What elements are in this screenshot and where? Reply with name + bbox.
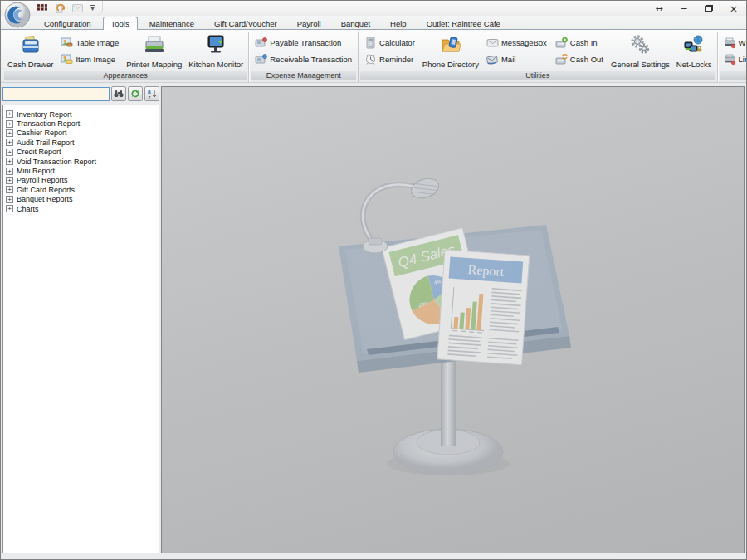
printer-mapping-icon (144, 34, 165, 56)
line-printer-button[interactable]: Line Printer (722, 52, 746, 66)
calculator-icon (364, 37, 377, 49)
ribbon: Cash Drawer Table Image (1, 30, 746, 83)
phone-directory-icon (440, 34, 461, 56)
kitchen-monitor-button[interactable]: Kitchen Monitor (186, 32, 246, 70)
expand-icon[interactable]: + (6, 177, 13, 184)
button-label: Table Image (76, 38, 119, 47)
tab-banquet[interactable]: Banquet (333, 17, 378, 30)
minimize-button[interactable]: − (671, 2, 696, 15)
find-button[interactable] (111, 86, 126, 101)
kitchen-monitor-icon (205, 34, 227, 56)
phone-directory-button[interactable]: Phone Directory (420, 32, 481, 70)
button-label: Payable Transaction (270, 38, 341, 47)
close-button[interactable]: × (721, 2, 746, 15)
report-sidebar: a z + Inventory Report + Transaction Rep… (2, 86, 159, 553)
tree-item-label: Audit Trail Report (17, 139, 75, 147)
group-caption-printing-template: Printing Template Setting (720, 71, 746, 80)
expand-icon[interactable]: + (6, 129, 13, 137)
ribbon-group-utilities: Calculator Reminder (359, 32, 718, 82)
reminder-icon (364, 53, 377, 66)
tree-item-transaction-report[interactable]: + Transaction Report (6, 119, 156, 128)
calculator-button[interactable]: Calculator (363, 36, 417, 50)
tree-item-void-transaction-report[interactable]: + Void Transaction Report (6, 157, 156, 166)
tab-payroll[interactable]: Payroll (289, 17, 330, 30)
report-paper: Report (437, 250, 529, 365)
tab-maintenance[interactable]: Maintenance (141, 17, 203, 30)
tab-configuration[interactable]: Configuration (36, 17, 100, 30)
tree-item-inventory-report[interactable]: + Inventory Report (6, 110, 156, 119)
expand-icon[interactable]: + (6, 205, 13, 212)
tree-item-label: Inventory Report (17, 110, 72, 119)
ribbon-group-appearances: Cash Drawer Table Image (2, 32, 249, 82)
tree-item-gift-card-reports[interactable]: + Gift Card Reports (6, 185, 156, 194)
title-bar: ▾ ↔ − × (1, 1, 746, 16)
general-settings-icon (629, 34, 651, 56)
maximize-restore-button[interactable] (696, 2, 721, 15)
tree-item-mini-report[interactable]: + Mini Report (6, 166, 156, 175)
button-label: Calculator (379, 38, 415, 47)
net-locks-button[interactable]: Net-Locks (674, 32, 715, 70)
tree-item-audit-trail-report[interactable]: + Audit Trail Report (6, 138, 156, 147)
cash-out-button[interactable]: Cash Out (554, 52, 605, 66)
expand-icon[interactable]: + (6, 139, 13, 146)
grid-icon[interactable] (36, 2, 49, 14)
cash-drawer-button[interactable]: Cash Drawer (5, 32, 56, 70)
expand-icon[interactable]: + (6, 149, 13, 156)
payable-transaction-button[interactable]: Payable Transaction (253, 36, 354, 50)
tab-tools[interactable]: Tools (103, 17, 138, 30)
tree-item-label: Credit Report (17, 148, 61, 156)
expand-icon[interactable]: + (6, 110, 13, 118)
tree-item-payroll-reports[interactable]: + Payroll Reports (6, 176, 156, 185)
button-label: Kitchen Monitor (188, 60, 243, 69)
binoculars-icon (114, 90, 124, 98)
expand-icon[interactable]: + (6, 196, 13, 203)
item-image-button[interactable]: Item Image (59, 52, 120, 66)
restore-icon (706, 5, 713, 12)
tree-item-label: Banquet Reports (17, 195, 73, 203)
refresh-button[interactable] (128, 86, 143, 101)
cash-in-button[interactable]: Cash In (554, 36, 605, 50)
expand-icon[interactable]: + (6, 186, 13, 193)
general-settings-button[interactable]: General Settings (608, 32, 672, 70)
expand-icon[interactable]: + (6, 120, 13, 128)
button-label: Cash In (570, 38, 598, 47)
report-tree: + Inventory Report + Transaction Report … (2, 105, 159, 553)
cash-in-icon (555, 37, 568, 49)
tree-item-banquet-reports[interactable]: + Banquet Reports (6, 195, 156, 204)
messagebox-button[interactable]: MessageBox (485, 36, 549, 50)
tree-item-cashier-report[interactable]: + Cashier Report (6, 129, 156, 138)
cash-out-icon (555, 53, 568, 66)
expand-icon[interactable]: + (6, 158, 13, 165)
receivable-transaction-button[interactable]: Receivable Transaction (253, 52, 354, 66)
tree-item-charts[interactable]: + Charts (6, 204, 156, 213)
tree-item-label: Cashier Report (17, 129, 67, 137)
expand-icon[interactable]: + (6, 168, 13, 175)
mail-button[interactable]: Mail (485, 52, 549, 66)
sort-az-icon: a z (147, 89, 157, 99)
reminder-button[interactable]: Reminder (363, 52, 417, 66)
outlet-label: Outlet: Raintree Cafe (418, 17, 509, 30)
messagebox-icon (486, 37, 499, 49)
mail-icon[interactable] (71, 2, 84, 14)
printer-mapping-button[interactable]: Printer Mapping (124, 32, 184, 70)
tab-help[interactable]: Help (382, 17, 415, 30)
button-label: Windows Printer (739, 38, 746, 47)
windows-printer-button[interactable]: Windows Printer (722, 36, 746, 50)
resize-icon[interactable]: ↔ (647, 2, 671, 15)
button-label: Printer Mapping (126, 60, 182, 69)
net-locks-icon (683, 34, 705, 56)
button-label: Net-Locks (676, 60, 712, 69)
search-input[interactable] (2, 87, 110, 101)
tree-item-label: Payroll Reports (17, 176, 68, 184)
ribbon-group-expense-management: Payable Transaction Receivable Transacti… (249, 32, 359, 82)
app-logo-icon[interactable] (4, 2, 31, 28)
button-label: Phone Directory (422, 60, 479, 69)
sort-button[interactable]: a z (144, 86, 159, 101)
tree-item-label: Gift Card Reports (17, 186, 75, 194)
tab-gift-card-voucher[interactable]: Gift Card/Voucher (206, 17, 286, 30)
customize-quick-access-icon[interactable]: ▾ (90, 5, 95, 12)
tree-item-label: Void Transaction Report (17, 158, 96, 166)
tree-item-credit-report[interactable]: + Credit Report (6, 148, 156, 157)
sync-icon[interactable] (53, 2, 66, 14)
table-image-button[interactable]: Table Image (59, 36, 120, 50)
